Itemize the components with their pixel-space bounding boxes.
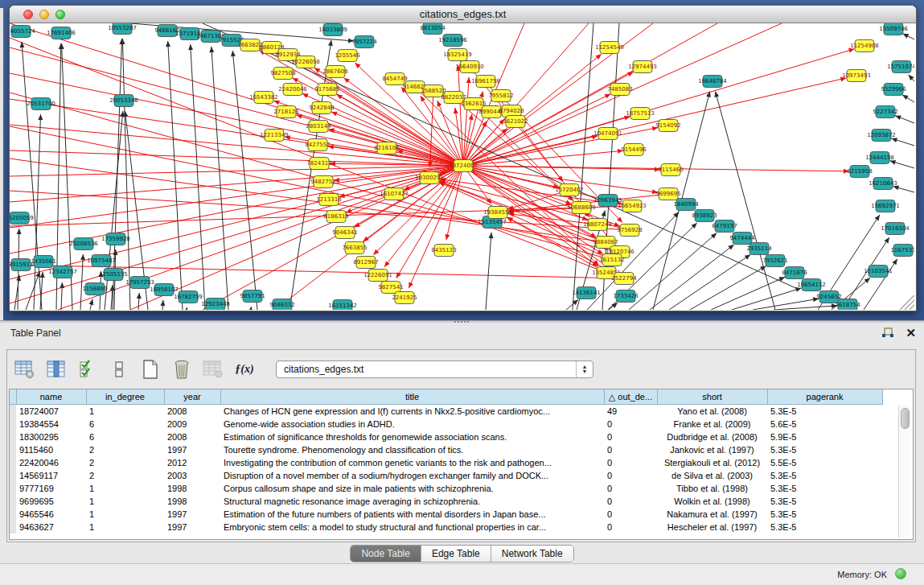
graph-node[interactable]: 1621022 — [503, 116, 528, 128]
graph-node[interactable]: 10973493 — [842, 70, 871, 82]
graph-node[interactable]: 17016504 — [881, 223, 910, 235]
table-row[interactable]: 1872400712008Changes of HCN gene express… — [10, 405, 882, 418]
table-row[interactable]: 946554611997Estimation of the future num… — [10, 508, 882, 521]
table-row[interactable]: 1938455462009Genome-wide association stu… — [10, 418, 882, 431]
graph-node[interactable]: 8435123 — [431, 245, 456, 257]
graph-node[interactable]: 16648784 — [698, 76, 727, 88]
select-column-button[interactable] — [45, 359, 68, 380]
graph-node[interactable]: 1156889 — [82, 283, 107, 295]
graph-node[interactable]: 3915911 — [10, 259, 34, 271]
graph-node[interactable]: 8471676 — [782, 267, 807, 279]
graph-node[interactable]: 9175685 — [314, 84, 339, 96]
graph-node[interactable]: 25205059 — [10, 212, 34, 225]
graph-node[interactable]: 12093872 — [867, 130, 896, 142]
table-row[interactable]: 969969511998Structural magnetic resonanc… — [10, 495, 882, 508]
graph-node[interactable]: 9857791 — [240, 290, 265, 303]
graph-node[interactable]: 11254549 — [595, 42, 624, 54]
zoom-window-button[interactable] — [55, 10, 65, 19]
graph-node[interactable]: 18757513 — [626, 108, 655, 120]
delete-column-trash-button[interactable] — [170, 359, 193, 380]
float-panel-icon[interactable] — [881, 328, 894, 339]
graph-node[interactable]: 16543382 — [249, 92, 278, 104]
graph-node[interactable]: 16640910 — [455, 61, 484, 73]
graph-node[interactable]: 1205546 — [335, 50, 360, 62]
graph-node[interactable]: 9699695 — [655, 188, 680, 200]
graph-node[interactable]: 8938923 — [692, 210, 717, 222]
graph-node[interactable]: 15751074 — [887, 61, 914, 73]
graph-node[interactable]: 9154092 — [655, 120, 680, 132]
table-row[interactable]: 977716911998Corpus callosum shape and si… — [10, 482, 882, 495]
graph-node[interactable]: 6479197 — [712, 220, 737, 233]
graph-node[interactable]: 12103541 — [864, 266, 893, 278]
graph-node[interactable]: 12444158 — [865, 152, 894, 164]
column-header-pagerank[interactable]: pagerank — [767, 389, 882, 405]
graph-node[interactable]: 2867608 — [322, 66, 347, 78]
graph-node[interactable]: 9242848 — [309, 102, 334, 114]
graph-node[interactable]: 18325419 — [443, 49, 472, 61]
graph-node[interactable]: 8912967 — [353, 257, 378, 269]
graph-node[interactable]: 1435061 — [31, 256, 55, 268]
table-scrollbar-thumb[interactable] — [901, 408, 910, 429]
table-row[interactable]: 946362711997Embryonic stem cells: a mode… — [10, 521, 882, 534]
graph-node[interactable]: 8215958 — [847, 166, 872, 178]
close-window-button[interactable] — [23, 10, 33, 19]
column-header-title[interactable]: title — [220, 389, 604, 405]
minimize-window-button[interactable] — [39, 10, 49, 19]
graph-node[interactable]: 16210643 — [869, 178, 897, 190]
graph-node[interactable]: 2718126 — [273, 106, 299, 118]
graph-node[interactable]: 9227342 — [873, 106, 897, 118]
graph-node[interactable]: 15692971 — [871, 200, 900, 212]
network-window-titlebar[interactable]: citations_edges.txt — [10, 6, 916, 23]
graph-node[interactable]: 16033809 — [318, 24, 347, 36]
graph-node[interactable]: 9482752 — [310, 176, 335, 188]
close-panel-icon[interactable]: ✕ — [906, 327, 916, 340]
column-header-year[interactable]: year — [164, 389, 220, 405]
graph-node[interactable]: 8454749 — [382, 73, 407, 85]
graph-node[interactable]: 1733426 — [613, 290, 639, 303]
graph-node[interactable]: 8186313 — [323, 211, 348, 223]
graph-node[interactable]: 7485083 — [607, 84, 632, 96]
function-builder-button[interactable]: ƒ(x) — [233, 359, 256, 380]
graph-node[interactable]: 1840994 — [673, 199, 699, 211]
graph-node[interactable]: 16151342 — [328, 300, 357, 311]
graph-node[interactable]: 10975487 — [87, 255, 116, 267]
graph-node[interactable]: 1615132 — [599, 254, 624, 266]
graph-node[interactable]: 9115460 — [658, 164, 683, 176]
graph-node[interactable]: 20206536 — [69, 238, 98, 250]
graph-node[interactable]: 8813054 — [420, 23, 446, 35]
graph-node[interactable]: 2803144 — [306, 121, 331, 133]
graph-node[interactable]: 14136141 — [572, 287, 601, 299]
graph-node[interactable]: 7932621 — [762, 255, 787, 267]
column-settings-button[interactable] — [14, 359, 36, 380]
graph-node[interactable]: 1618754 — [835, 299, 860, 311]
graph-node[interactable]: 20053346 — [109, 95, 138, 107]
graph-node[interactable]: 12505135 — [99, 269, 128, 281]
graph-node[interactable]: 9329966 — [881, 84, 906, 96]
graph-node[interactable]: 19218596 — [438, 35, 467, 47]
graph-node[interactable]: 16961758 — [471, 76, 500, 88]
graph-node[interactable]: 2522794 — [611, 273, 637, 285]
graph-node[interactable]: 10654112 — [797, 279, 826, 291]
graph-node[interactable]: 24055724 — [10, 26, 35, 38]
graph-node[interactable]: 20531700 — [27, 98, 55, 110]
graph-node[interactable]: 10553287 — [108, 23, 137, 35]
graph-node[interactable]: 7824313 — [306, 158, 331, 170]
row-height-button[interactable] — [108, 359, 130, 380]
graph-node[interactable]: 2241925 — [392, 292, 417, 304]
graph-node[interactable]: 9154496 — [621, 144, 647, 156]
table-row[interactable]: 911546021997Tourette syndrome. Phenomeno… — [10, 443, 882, 456]
graph-node[interactable]: 10688609 — [567, 202, 596, 214]
tab-node-table[interactable]: Node Table — [351, 546, 421, 562]
resize-grip-icon[interactable] — [905, 300, 914, 310]
column-header-name[interactable]: name — [16, 389, 86, 405]
graph-node[interactable]: 9046341 — [332, 227, 357, 239]
memory-status-icon[interactable] — [895, 568, 906, 579]
graph-node[interactable]: 15720407 — [555, 184, 584, 196]
graph-node[interactable]: 10474091 — [593, 128, 622, 140]
network-canvas[interactable]: 2405572417691406105532879466160107191551… — [10, 23, 914, 310]
graph-node[interactable]: 2935114 — [746, 243, 772, 255]
column-header-out_de[interactable]: △ out_de... — [604, 389, 657, 405]
graph-node[interactable]: 8216106 — [374, 142, 400, 154]
select-mode-button[interactable] — [76, 359, 99, 380]
graph-node[interactable]: 1167533 — [890, 245, 914, 257]
